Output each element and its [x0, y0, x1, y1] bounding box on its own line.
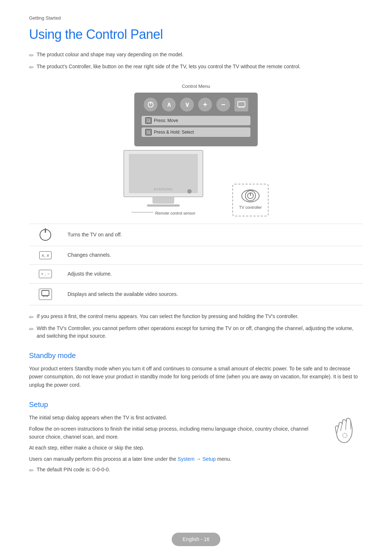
tv-diagram: SAMSUNG Remote control sensor — [123, 150, 269, 216]
standby-heading: Standby mode — [29, 350, 363, 361]
svg-rect-2 — [238, 102, 245, 107]
press-hold-instruction: Press & Hold: Select — [142, 127, 250, 137]
channels-icon-cell: ∧, ∨ — [29, 246, 62, 265]
setup-menu-text: menu. — [217, 456, 231, 462]
pencil-icon-3: ✏ — [29, 313, 34, 322]
control-menu-icons: ∧ ∨ + − — [142, 98, 250, 111]
pencil-icon-4: ✏ — [29, 325, 34, 334]
tv-screen: SAMSUNG — [123, 150, 203, 197]
volume-icon: +,− — [39, 270, 52, 278]
tv-brand-label: SAMSUNG — [154, 187, 173, 192]
bullet-item-2: ✏ The product's Controller, like button … — [29, 63, 363, 72]
source-description: Displays and selects the available video… — [62, 283, 363, 305]
tv-controller-inner — [245, 190, 256, 201]
tv-stand — [152, 197, 174, 204]
setup-arrow-symbol: → — [196, 456, 201, 462]
setup-bullet: ✏ The default PIN code is: 0-0-0-0. — [29, 466, 316, 475]
page-footer: English - 16 — [172, 533, 220, 546]
sensor-label: Remote control sensor — [155, 210, 196, 216]
tv-controller-icon — [241, 190, 260, 203]
note-1: ✏ If you press it first, the control men… — [29, 313, 363, 322]
note-2: ✏ With the TV's Controller, you cannot p… — [29, 325, 363, 340]
svg-point-24 — [343, 433, 347, 438]
press-move-icon — [145, 117, 152, 124]
source-btn-icon — [234, 98, 248, 111]
control-menu-box: ∧ ∨ + − — [134, 93, 258, 146]
setup-link2[interactable]: Setup — [203, 456, 216, 462]
source-icon-cell — [29, 283, 62, 305]
hand-icon-area — [327, 417, 363, 454]
table-row: ∧, ∨ Changes channels. — [29, 246, 363, 265]
tv-controller-box: TV controller — [232, 184, 269, 216]
hand-icon — [330, 417, 359, 454]
table-row: Turns the TV on and off. — [29, 224, 363, 246]
power-icon-cell — [29, 224, 62, 246]
standby-text: Your product enters Standby mode when yo… — [29, 365, 363, 389]
note-text-1: If you press it first, the control menu … — [37, 313, 299, 320]
volume-icon-cell: +,− — [29, 265, 62, 284]
svg-rect-16 — [42, 290, 49, 296]
setup-pin: The default PIN code is: 0-0-0-0. — [37, 466, 110, 473]
setup-line-2: Follow the on-screen instructions to fin… — [29, 425, 316, 441]
svg-line-21 — [340, 424, 342, 431]
feature-table: Turns the TV on and off. ∧, ∨ Changes ch… — [29, 224, 363, 306]
setup-section: The initial setup dialog appears when th… — [29, 414, 363, 478]
setup-heading: Setup — [29, 399, 363, 410]
tv-screen-inner: SAMSUNG — [129, 154, 198, 193]
minus-btn-icon: − — [216, 98, 230, 111]
setup-line-3: At each step, either make a choice or sk… — [29, 444, 316, 452]
setup-line-4-text: Users can manually perform this process … — [29, 456, 176, 462]
sensor-line — [131, 212, 153, 212]
tv-illustration: SAMSUNG Remote control sensor — [123, 150, 203, 216]
channels-icon: ∧, ∨ — [39, 251, 52, 260]
volume-description: Adjusts the volume. — [62, 265, 363, 284]
up-btn-icon: ∧ — [162, 98, 176, 111]
down-btn-icon: ∨ — [180, 98, 194, 111]
table-row: +,− Adjusts the volume. — [29, 265, 363, 284]
channels-description: Changes channels. — [62, 246, 363, 265]
setup-line-4: Users can manually perform this process … — [29, 455, 316, 463]
pencil-icon-1: ✏ — [29, 51, 34, 60]
power-btn-icon — [144, 98, 158, 111]
diagram-area: Control Menu ∧ ∨ + — [29, 83, 363, 216]
setup-line-1: The initial setup dialog appears when th… — [29, 414, 316, 422]
sensor-annotation: Remote control sensor — [131, 208, 196, 216]
bullet-item-1: ✏ The product colour and shape may vary … — [29, 51, 363, 60]
bullet-text-1: The product colour and shape may vary de… — [37, 51, 184, 58]
pencil-icon-2: ✏ — [29, 63, 34, 72]
section-label: Getting Started — [29, 15, 363, 22]
tv-base — [147, 204, 180, 207]
svg-line-22 — [346, 422, 346, 430]
setup-text: The initial setup dialog appears when th… — [29, 414, 316, 478]
press-hold-text: Press & Hold: Select — [154, 129, 194, 135]
svg-line-20 — [337, 427, 338, 433]
bullet-text-2: The product's Controller, like button on… — [37, 63, 301, 70]
plus-btn-icon: + — [198, 98, 212, 111]
power-icon — [40, 229, 51, 241]
press-move-instruction: Press: Move — [142, 116, 250, 125]
table-row: Displays and selects the available video… — [29, 283, 363, 305]
source-icon — [39, 289, 52, 300]
setup-link1[interactable]: System — [177, 456, 195, 462]
tv-sensor-dot — [187, 189, 192, 194]
press-move-text: Press: Move — [154, 117, 178, 124]
note-text-2: With the TV's Controller, you cannot per… — [37, 325, 363, 340]
press-hold-icon — [145, 129, 152, 135]
tv-controller-label: TV controller — [239, 204, 262, 211]
power-description: Turns the TV on and off. — [62, 224, 363, 246]
page-title: Using the Control Panel — [29, 25, 363, 44]
pencil-icon-5: ✏ — [29, 466, 34, 475]
control-menu-label: Control Menu — [182, 83, 210, 90]
